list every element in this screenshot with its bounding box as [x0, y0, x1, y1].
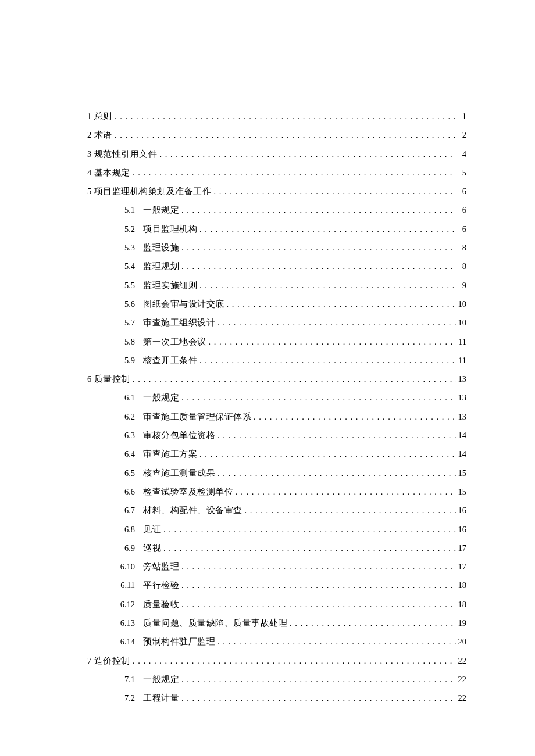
toc-leader-dots	[251, 411, 456, 422]
toc-section-number: 6.9	[120, 542, 143, 554]
toc-section-number: 5.3	[120, 242, 143, 253]
toc-entry: 5.9核查开工条件11	[87, 354, 466, 366]
toc-entry: 6.8见证16	[87, 524, 466, 535]
toc-section-title: 质量验收	[143, 599, 179, 610]
toc-section-title: 审核分包单位资格	[143, 429, 215, 441]
toc-entry: 7 造价控制22	[87, 655, 466, 667]
toc-section-number: 6.11	[120, 579, 143, 591]
toc-section-number: 6.8	[120, 524, 143, 535]
toc-entry: 7.2工程计量22	[87, 692, 466, 704]
toc-leader-dots	[179, 242, 456, 253]
toc-leader-dots	[197, 448, 456, 460]
toc-entry: 6.3审核分包单位资格14	[87, 429, 466, 441]
toc-leader-dots	[215, 317, 456, 328]
toc-leader-dots	[215, 467, 456, 479]
toc-section-number: 5.6	[120, 298, 143, 310]
toc-leader-dots	[206, 336, 456, 347]
toc-page-number: 13	[456, 373, 466, 385]
toc-chapter-title: 6 质量控制	[87, 373, 130, 385]
toc-section-number: 5.9	[120, 354, 143, 366]
toc-page-number: 6	[456, 185, 466, 197]
toc-leader-dots	[179, 692, 456, 704]
toc-page-number: 20	[456, 636, 466, 647]
toc-section-title: 监理设施	[143, 242, 179, 253]
table-of-contents: 1 总则12 术语23 规范性引用文件44 基本规定55 项目监理机构策划及准备…	[87, 110, 466, 704]
toc-section-title: 质量问题、质量缺陷、质量事故处理	[143, 617, 287, 629]
toc-section-number: 6.12	[120, 599, 143, 610]
toc-leader-dots	[179, 673, 456, 685]
toc-entry: 6.7材料、构配件、设备审查16	[87, 504, 466, 516]
toc-chapter-title: 1 总则	[87, 110, 112, 122]
toc-section-number: 6.14	[120, 636, 143, 647]
toc-entry: 6.4审查施工方案14	[87, 448, 466, 460]
toc-page-number: 6	[456, 204, 466, 216]
toc-chapter-title: 7 造价控制	[87, 655, 130, 667]
toc-section-title: 检查试验室及检测单位	[143, 486, 233, 497]
toc-chapter-title: 4 基本规定	[87, 167, 130, 178]
toc-entry: 7.1一般规定22	[87, 673, 466, 685]
toc-entry: 5.7审查施工组织设计10	[87, 317, 466, 328]
toc-chapter-title: 5 项目监理机构策划及准备工作	[87, 185, 211, 197]
toc-section-title: 审查施工组织设计	[143, 317, 215, 328]
toc-page-number: 19	[456, 617, 466, 629]
toc-leader-dots	[161, 524, 456, 535]
toc-entry: 5.2项目监理机构6	[87, 223, 466, 235]
toc-section-title: 一般规定	[143, 673, 179, 685]
toc-entry: 6.9巡视17	[87, 542, 466, 554]
toc-section-number: 5.1	[120, 204, 143, 216]
toc-section-number: 5.4	[120, 260, 143, 272]
toc-entry: 6.1一般规定13	[87, 392, 466, 403]
toc-leader-dots	[287, 617, 456, 629]
toc-page-number: 10	[456, 317, 466, 328]
toc-leader-dots	[224, 298, 456, 310]
toc-leader-dots	[130, 373, 456, 385]
toc-page-number: 1	[456, 110, 466, 122]
toc-entry: 1 总则1	[87, 110, 466, 122]
toc-leader-dots	[242, 504, 456, 516]
toc-page-number: 6	[456, 223, 466, 235]
toc-section-number: 6.4	[120, 448, 143, 460]
toc-section-title: 核查施工测量成果	[143, 467, 215, 479]
toc-page-number: 14	[456, 448, 466, 460]
toc-leader-dots	[130, 167, 456, 178]
toc-entry: 6.14预制构件驻厂监理20	[87, 636, 466, 647]
toc-page-number: 22	[456, 655, 466, 667]
toc-section-title: 平行检验	[143, 579, 179, 591]
toc-leader-dots	[112, 110, 456, 122]
toc-leader-dots	[179, 260, 456, 272]
toc-entry: 2 术语2	[87, 129, 466, 141]
toc-entry: 6.13质量问题、质量缺陷、质量事故处理19	[87, 617, 466, 629]
toc-section-number: 6.7	[120, 504, 143, 516]
toc-page-number: 17	[456, 561, 466, 572]
toc-section-title: 审查施工质量管理保证体系	[143, 411, 251, 422]
toc-leader-dots	[157, 148, 456, 160]
toc-leader-dots	[215, 636, 456, 647]
toc-entry: 5.3监理设施8	[87, 242, 466, 253]
toc-leader-dots	[179, 561, 456, 572]
toc-section-number: 5.5	[120, 280, 143, 291]
toc-leader-dots	[197, 280, 456, 291]
toc-entry: 5.5监理实施细则9	[87, 280, 466, 291]
toc-section-number: 6.10	[120, 561, 143, 572]
toc-section-number: 6.1	[120, 392, 143, 403]
toc-leader-dots	[179, 392, 456, 403]
toc-page-number: 15	[456, 467, 466, 479]
toc-section-title: 图纸会审与设计交底	[143, 298, 224, 310]
toc-leader-dots	[112, 129, 456, 141]
toc-page-number: 8	[456, 260, 466, 272]
toc-entry: 4 基本规定5	[87, 167, 466, 178]
toc-leader-dots	[211, 185, 456, 197]
toc-page-number: 18	[456, 599, 466, 610]
toc-section-number: 6.6	[120, 486, 143, 497]
toc-section-title: 见证	[143, 524, 161, 535]
toc-section-number: 6.13	[120, 617, 143, 629]
toc-entry: 6.10旁站监理17	[87, 561, 466, 572]
toc-leader-dots	[179, 579, 456, 591]
toc-section-number: 5.7	[120, 317, 143, 328]
toc-entry: 5 项目监理机构策划及准备工作6	[87, 185, 466, 197]
toc-page-number: 8	[456, 242, 466, 253]
toc-page-number: 22	[456, 673, 466, 685]
toc-page-number: 2	[456, 129, 466, 141]
toc-page-number: 11	[456, 354, 466, 366]
toc-section-title: 一般规定	[143, 204, 179, 216]
